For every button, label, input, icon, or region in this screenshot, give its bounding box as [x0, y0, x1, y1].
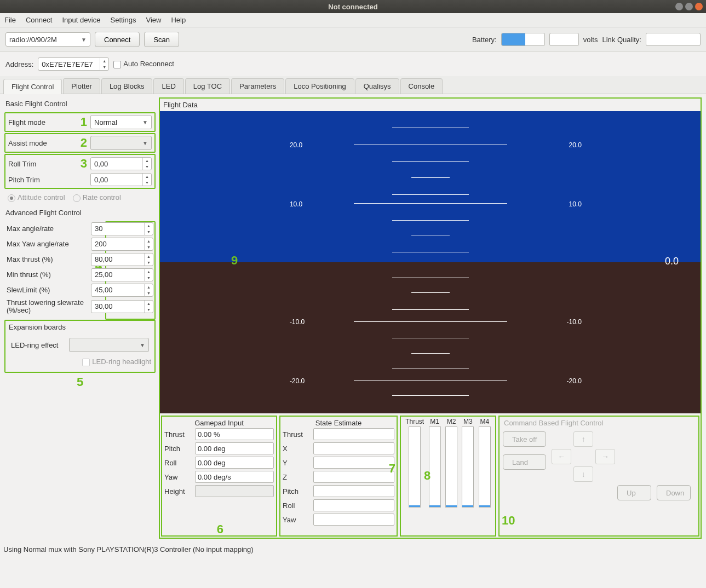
gp-height-value: [195, 485, 274, 497]
state-roll-value[interactable]: [313, 499, 394, 511]
uri-combo[interactable]: radio://0/90/2M ▼: [5, 32, 90, 47]
state-panel: State Estimate Thrust X Y Z Pitch Roll Y…: [279, 416, 398, 537]
state-pitch-value[interactable]: [313, 485, 394, 497]
arrow-pad: ↑ ←→ ↓: [552, 431, 615, 482]
attitude-control-radio[interactable]: Attitude control: [8, 193, 65, 202]
slew-limit-label: SlewLimit (%): [7, 286, 88, 294]
tab-strip: Flight Control Plotter Log Blocks LED Lo…: [0, 76, 706, 94]
chevron-down-icon: ▼: [142, 140, 148, 146]
max-angle-input[interactable]: 30▲▼: [91, 222, 153, 235]
gamepad-title: Gamepad Input: [164, 418, 274, 428]
tab-qualisys[interactable]: Qualisys: [355, 78, 399, 94]
assist-mode-combo[interactable]: ▼: [90, 136, 152, 150]
roll-trim-input[interactable]: 0,00▲▼: [90, 157, 152, 170]
thrust-lowering-label: Thrust lowering slewrate (%/sec): [7, 299, 88, 315]
scan-button[interactable]: Scan: [144, 32, 179, 47]
max-thrust-input[interactable]: 80,00▲▼: [91, 253, 153, 266]
volts-label: volts: [583, 36, 598, 44]
link-quality-label: Link Quality:: [602, 36, 641, 44]
maximize-icon[interactable]: [685, 3, 693, 10]
min-thrust-input[interactable]: 25,00▲▼: [91, 268, 153, 281]
titlebar: Not connected: [0, 0, 706, 13]
auto-reconnect-checkbox[interactable]: Auto Reconnect: [113, 60, 174, 68]
gp-pitch-value[interactable]: 0.00 deg: [195, 442, 274, 454]
led-ring-headlight-checkbox[interactable]: LED-ring headlight: [82, 358, 151, 366]
max-yaw-input[interactable]: 200▲▼: [91, 238, 153, 251]
menu-connect[interactable]: Connect: [26, 16, 52, 24]
tab-log-toc[interactable]: Log TOC: [185, 78, 230, 94]
menu-view[interactable]: View: [146, 16, 161, 24]
connect-button[interactable]: Connect: [95, 32, 140, 47]
gp-thrust-value[interactable]: 0.00 %: [195, 428, 274, 440]
link-quality-input[interactable]: [646, 33, 701, 46]
basic-flight-title: Basic Flight Control: [4, 97, 156, 110]
down-button[interactable]: Down: [657, 485, 691, 500]
uri-value: radio://0/90/2M: [9, 36, 57, 44]
address-label: Address:: [5, 60, 33, 68]
spin-up-icon[interactable]: ▲: [100, 58, 108, 64]
roll-trim-label: Roll Trim: [8, 160, 74, 168]
arrow-up-button[interactable]: ↑: [573, 431, 593, 447]
arrow-left-button[interactable]: ←: [552, 449, 571, 464]
advanced-flight-title: Advanced Flight Control: [4, 206, 156, 219]
motors-panel: Thrust M1 M2 M3 M4 8: [400, 416, 496, 537]
takeoff-button[interactable]: Take off: [503, 431, 546, 447]
slew-limit-input[interactable]: 45,00▲▼: [91, 284, 153, 297]
thrust-bar: [409, 426, 421, 508]
m2-bar: [445, 426, 457, 508]
attitude-indicator: 9 20.0 20.0 10.0 10.0 0.0 -10.0 -10.0 -2…: [160, 111, 701, 413]
menu-settings[interactable]: Settings: [110, 16, 136, 24]
max-angle-label: Max angle/rate: [7, 224, 88, 233]
menu-file[interactable]: File: [4, 16, 16, 24]
up-button[interactable]: Up: [617, 485, 651, 500]
tab-led[interactable]: LED: [153, 78, 183, 94]
gp-height-label: Height: [164, 487, 192, 495]
menu-help[interactable]: Help: [171, 16, 186, 24]
state-x-value[interactable]: [313, 442, 394, 454]
tab-flight-control[interactable]: Flight Control: [3, 79, 62, 94]
land-button[interactable]: Land: [503, 454, 546, 470]
state-thrust-value[interactable]: [313, 428, 394, 440]
flight-data-title: Flight Data: [160, 99, 701, 111]
min-thrust-label: Min thrust (%): [7, 270, 88, 279]
battery-bar: [501, 33, 545, 46]
tab-log-blocks[interactable]: Log Blocks: [101, 78, 153, 94]
minimize-icon[interactable]: [675, 3, 683, 10]
led-ring-effect-combo[interactable]: ▼: [69, 338, 149, 352]
flight-mode-combo[interactable]: Normal▼: [90, 115, 152, 129]
state-yaw-value[interactable]: [313, 514, 394, 526]
close-icon[interactable]: [695, 3, 703, 10]
arrow-right-button[interactable]: →: [595, 449, 615, 464]
gp-yaw-label: Yaw: [164, 473, 192, 481]
pitch-trim-label: Pitch Trim: [8, 176, 74, 184]
tab-loco-positioning[interactable]: Loco Positioning: [285, 78, 354, 94]
chevron-down-icon: ▼: [81, 37, 87, 43]
state-title: State Estimate: [283, 418, 394, 428]
rate-control-radio[interactable]: Rate control: [73, 193, 121, 202]
spin-down-icon[interactable]: ▼: [100, 64, 108, 70]
chevron-down-icon: ▼: [142, 119, 148, 125]
m4-bar: [479, 426, 491, 508]
menubar: File Connect Input device Settings View …: [0, 13, 706, 27]
m3-bar: [462, 426, 474, 508]
battery-volts-input[interactable]: [549, 33, 579, 46]
gamepad-panel: Gamepad Input Thrust0.00 % Pitch0.00 deg…: [161, 416, 277, 537]
thrust-lowering-input[interactable]: 30,00▲▼: [91, 300, 153, 313]
state-z-value[interactable]: [313, 471, 394, 483]
gp-yaw-value[interactable]: 0.00 deg/s: [195, 471, 274, 483]
horizon-zero: 0.0: [665, 256, 679, 267]
command-panel: Command Based Flight Control Take off La…: [498, 416, 699, 537]
tab-parameters[interactable]: Parameters: [231, 78, 284, 94]
gp-roll-value[interactable]: 0.00 deg: [195, 457, 274, 469]
toolbar: radio://0/90/2M ▼ Connect Scan Battery: …: [0, 27, 706, 52]
max-thrust-label: Max thrust (%): [7, 255, 88, 263]
window-title: Not connected: [328, 3, 377, 11]
menu-input-device[interactable]: Input device: [62, 16, 100, 24]
tab-console[interactable]: Console: [400, 78, 443, 94]
arrow-down-button[interactable]: ↓: [573, 466, 593, 482]
gp-roll-label: Roll: [164, 459, 192, 467]
tab-plotter[interactable]: Plotter: [63, 78, 100, 94]
address-input[interactable]: 0xE7E7E7E7E7 ▲▼: [38, 57, 109, 71]
state-y-value[interactable]: [313, 457, 394, 469]
pitch-trim-input[interactable]: 0,00▲▼: [90, 173, 152, 186]
